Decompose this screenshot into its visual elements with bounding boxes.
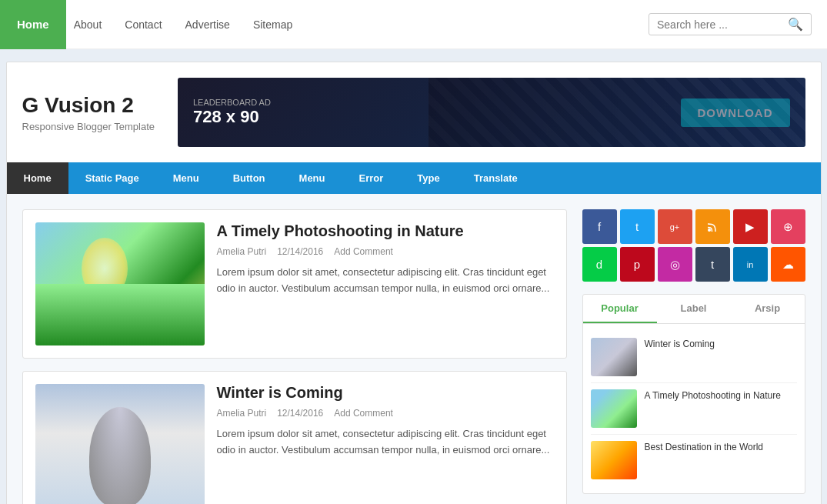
deviantart-icon-button[interactable]: d: [582, 247, 617, 282]
youtube-icon-button[interactable]: ▶: [733, 209, 768, 244]
post-meta: Amelia Putri 12/14/2016 Add Comment: [217, 246, 554, 257]
nav-links: About Contact Advertise Sitemap: [74, 18, 649, 31]
nav-contact-link[interactable]: Contact: [125, 18, 162, 31]
add-comment-link[interactable]: Add Comment: [334, 408, 393, 419]
banner-bg: [429, 78, 805, 147]
sec-nav-static-page[interactable]: Static Page: [68, 162, 156, 194]
posts-column: A Timely Photoshooting in Nature Amelia …: [22, 209, 567, 504]
post-content: A Timely Photoshooting in Nature Amelia …: [217, 222, 554, 345]
tab-label[interactable]: Label: [657, 295, 731, 323]
facebook-icon-button[interactable]: f: [582, 209, 617, 244]
post-date: 12/14/2016: [277, 246, 323, 257]
nav-sitemap-link[interactable]: Sitemap: [253, 18, 292, 31]
instagram-icon-button[interactable]: ◎: [658, 247, 692, 282]
sec-nav-home[interactable]: Home: [7, 162, 68, 194]
site-subtitle: Responsive Blogger Template: [22, 121, 155, 132]
site-header: G Vusion 2 Responsive Blogger Template L…: [7, 62, 821, 162]
sidebar-post-thumbnail: [591, 338, 637, 376]
post-title: A Timely Photoshooting in Nature: [217, 222, 554, 240]
tab-arsip[interactable]: Arsip: [731, 295, 805, 323]
sidebar-post-thumbnail: [591, 441, 637, 479]
sec-nav-menu-2[interactable]: Menu: [282, 162, 342, 194]
content-area: A Timely Photoshooting in Nature Amelia …: [7, 194, 821, 504]
post-thumbnail: [35, 384, 205, 504]
widget-tab-headers: Popular Label Arsip: [583, 295, 805, 324]
post-card: A Timely Photoshooting in Nature Amelia …: [22, 209, 567, 359]
post-content: Winter is Coming Amelia Putri 12/14/2016…: [217, 384, 554, 504]
linkedin-icon-button[interactable]: in: [733, 247, 768, 282]
google-plus-icon-button[interactable]: g+: [658, 209, 692, 244]
add-comment-link[interactable]: Add Comment: [334, 246, 393, 257]
tab-popular[interactable]: Popular: [583, 295, 657, 323]
pinterest-icon-button[interactable]: p: [620, 247, 655, 282]
sidebar-post-item: Winter is Coming: [591, 332, 797, 383]
sidebar-column: f t g+ ▶ ⊕ d p ◎ t in ☁ Popular Label: [582, 209, 805, 504]
post-author: Amelia Putri: [217, 246, 267, 257]
post-meta: Amelia Putri 12/14/2016 Add Comment: [217, 408, 554, 419]
post-author: Amelia Putri: [217, 408, 267, 419]
banner-size: 728 x 90: [193, 107, 271, 127]
soundcloud-icon-button[interactable]: ☁: [771, 247, 805, 282]
sidebar-post-thumbnail: [591, 389, 637, 428]
banner-ad-text: LEADERBOARD AD 728 x 90: [193, 98, 271, 127]
social-icons-grid: f t g+ ▶ ⊕ d p ◎ t in ☁: [582, 209, 805, 282]
search-input[interactable]: [657, 18, 788, 31]
sec-nav-translate[interactable]: Translate: [457, 162, 535, 194]
site-title: G Vusion 2: [22, 93, 155, 118]
sidebar-post-item: A Timely Photoshooting in Nature: [591, 383, 797, 435]
banner-ad: LEADERBOARD AD 728 x 90 DOWNLOAD: [178, 78, 805, 147]
search-icon: 🔍: [788, 17, 803, 32]
sidebar-post-title: Best Destination in the World: [645, 441, 764, 479]
nav-advertise-link[interactable]: Advertise: [185, 18, 230, 31]
post-excerpt: Lorem ipsum dolor sit amet, consectetur …: [217, 426, 554, 459]
sidebar-post-item: Best Destination in the World: [591, 435, 797, 486]
post-thumbnail: [35, 222, 205, 345]
sec-nav-menu-1[interactable]: Menu: [156, 162, 216, 194]
rss-icon-button[interactable]: [695, 209, 730, 244]
widget-tab-content: Winter is Coming A Timely Photoshooting …: [583, 324, 805, 493]
tumblr-icon-button[interactable]: t: [695, 247, 730, 282]
nav-home-link[interactable]: Home: [0, 0, 66, 49]
twitter-icon-button[interactable]: t: [620, 209, 655, 244]
nav-about-link[interactable]: About: [74, 18, 102, 31]
post-title: Winter is Coming: [217, 384, 554, 402]
banner-label: LEADERBOARD AD: [193, 98, 271, 107]
main-wrapper: G Vusion 2 Responsive Blogger Template L…: [6, 62, 822, 504]
site-title-area: G Vusion 2 Responsive Blogger Template: [22, 93, 155, 132]
post-card: Winter is Coming Amelia Putri 12/14/2016…: [22, 371, 567, 504]
top-navigation: Home About Contact Advertise Sitemap 🔍: [0, 0, 827, 49]
sec-nav-error[interactable]: Error: [342, 162, 401, 194]
sec-nav-button[interactable]: Button: [216, 162, 282, 194]
sidebar-post-title: Winter is Coming: [645, 338, 715, 376]
svg-point-0: [708, 229, 711, 232]
search-box: 🔍: [649, 13, 812, 35]
post-excerpt: Lorem ipsum dolor sit amet, consectetur …: [217, 265, 554, 297]
sec-nav-type[interactable]: Type: [400, 162, 456, 194]
secondary-navigation: Home Static Page Menu Button Menu Error …: [7, 162, 821, 194]
sidebar-post-title: A Timely Photoshooting in Nature: [645, 389, 781, 428]
post-date: 12/14/2016: [277, 408, 323, 419]
widget-tabs: Popular Label Arsip Winter is Coming A T…: [582, 294, 805, 494]
dribbble-icon-button[interactable]: ⊕: [771, 209, 805, 244]
